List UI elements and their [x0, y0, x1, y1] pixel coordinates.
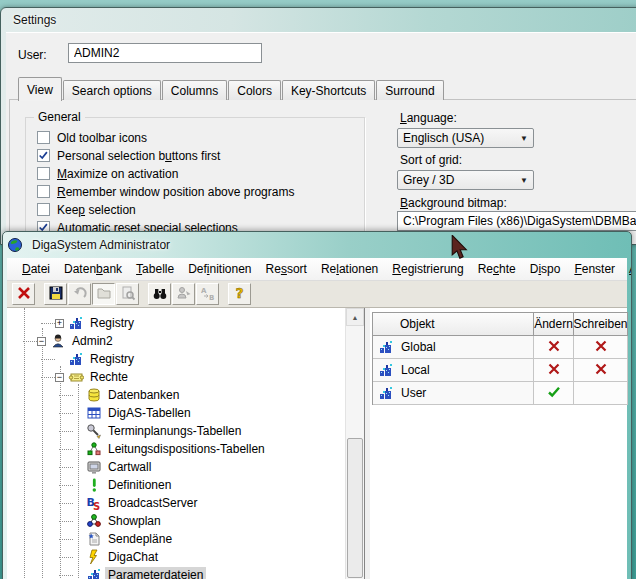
column-header-objekt[interactable]: Objekt: [373, 312, 534, 336]
save-button[interactable]: [44, 283, 67, 305]
menu-item-ressort[interactable]: Ressort: [259, 259, 314, 279]
registry-icon: [68, 351, 84, 367]
svg-text:A: A: [201, 287, 207, 295]
tree-connector: [41, 359, 55, 360]
checkbox-keep-selection[interactable]: [37, 203, 50, 216]
table-row-user[interactable]: User: [373, 382, 628, 405]
scroll-up-button[interactable]: ▲: [346, 308, 364, 326]
scrollbar-thumb[interactable]: [347, 438, 363, 578]
expand-toggle-icon[interactable]: +: [55, 319, 64, 328]
replace-button[interactable]: AB: [196, 283, 219, 305]
tree-item-sendepl-ne[interactable]: Sendepläne: [7, 530, 345, 548]
column-header-schreiben[interactable]: Schreiben: [574, 312, 628, 336]
aendern-cell[interactable]: [534, 382, 574, 405]
menu-item-relationen[interactable]: Relationen: [314, 259, 385, 279]
checkbox-row-remember-window-position-above-programs: Remember window position above programs: [37, 185, 294, 198]
checkbox-old-toolbar-icons[interactable]: [37, 131, 50, 144]
aendern-cell[interactable]: [534, 359, 574, 382]
schreiben-cell[interactable]: [574, 336, 628, 359]
tab-search-options[interactable]: Search options: [63, 80, 161, 100]
tree-item-cartwall[interactable]: Cartwall: [7, 458, 345, 476]
objekt-label: Global: [401, 340, 436, 354]
tree-item-showplan[interactable]: Showplan: [7, 512, 345, 530]
globe-app-icon: [7, 237, 23, 253]
collapse-toggle-icon[interactable]: −: [37, 337, 46, 346]
tree-scrollbar[interactable]: ▲: [345, 308, 364, 579]
menu-item-definitionen[interactable]: Definitionen: [181, 259, 258, 279]
menu-item-ansi[interactable]: Ansi: [622, 259, 632, 279]
red-cross-icon: [547, 362, 561, 379]
sort-of-grid-combobox[interactable]: Grey / 3D ▼: [397, 170, 534, 190]
tree-item-label: Registry: [87, 351, 137, 367]
menu-item-datenbank[interactable]: Datenbank: [57, 259, 129, 279]
undo-button[interactable]: [68, 283, 91, 305]
tree-item-terminplanungs-tabellen[interactable]: Terminplanungs-Tabellen: [7, 422, 345, 440]
admin-titlebar[interactable]: DigaSystem Administrator: [7, 232, 627, 258]
language-combobox[interactable]: Englisch (USA) ▼: [397, 128, 534, 148]
settings-tab-bar: ViewSearch optionsColumnsColorsKey-Short…: [18, 77, 445, 100]
menu-item-fenster[interactable]: Fenster: [567, 259, 622, 279]
menu-item-tabelle[interactable]: Tabelle: [129, 259, 181, 279]
user-field[interactable]: [68, 43, 262, 63]
tree-item-digachat[interactable]: DigaChat: [7, 548, 345, 566]
tree-item-admin2[interactable]: −Admin2: [7, 332, 345, 350]
registry-icon: [378, 339, 394, 355]
registry-icon: [86, 567, 102, 579]
objekt-cell[interactable]: User: [373, 382, 534, 405]
tree-item-digas-tabellen[interactable]: DigAS-Tabellen: [7, 404, 345, 422]
tree-connector: [59, 521, 73, 522]
menu-item-rechte[interactable]: Rechte: [471, 259, 523, 279]
checkbox-label: Keep selection: [57, 203, 136, 217]
menu-item-datei[interactable]: Datei: [15, 259, 57, 279]
tree-item-leitungsdispositions-tabellen[interactable]: Leitungsdispositions-Tabellen: [7, 440, 345, 458]
tree-item-rechte[interactable]: −Rechte: [7, 368, 345, 386]
table-row-global[interactable]: Global: [373, 336, 628, 359]
microphone-icon: [86, 423, 102, 439]
network-icon: [86, 441, 102, 457]
question-mark-icon: ?: [232, 285, 248, 304]
tab-key-shortcuts[interactable]: Key-Shortcuts: [282, 80, 375, 100]
settings-titlebar[interactable]: Settings: [6, 8, 636, 32]
toolbar: AB?: [7, 281, 627, 308]
preview-button[interactable]: [116, 283, 139, 305]
checkbox-remember-window-position-above-programs[interactable]: [37, 185, 50, 198]
tree-item-label: Parameterdateien: [105, 567, 206, 579]
delete-button[interactable]: [12, 283, 35, 305]
tree-item-datenbanken[interactable]: Datenbanken: [7, 386, 345, 404]
lightning-icon: [86, 549, 102, 565]
tree-item-label: Showplan: [105, 513, 164, 529]
menu-item-registrierung[interactable]: Registrierung: [385, 259, 470, 279]
checkbox-personal-selection-buttons-first[interactable]: [37, 149, 50, 162]
digasystem-administrator-window: DigaSystem Administrator DateiDatenbankT…: [2, 231, 632, 579]
schreiben-cell[interactable]: [574, 359, 628, 382]
menu-item-dispo[interactable]: Dispo: [523, 259, 568, 279]
tab-columns[interactable]: Columns: [162, 80, 227, 100]
checkbox-maximize-on-activation[interactable]: [37, 167, 50, 180]
find-user-button[interactable]: [172, 283, 195, 305]
table-row-local[interactable]: Local: [373, 359, 628, 382]
tree-connector: [59, 503, 73, 504]
help-button[interactable]: ?: [228, 283, 251, 305]
language-combobox-value: Englisch (USA): [403, 131, 484, 145]
schreiben-cell[interactable]: [574, 382, 628, 405]
find-button[interactable]: [148, 283, 171, 305]
tree-item-registry[interactable]: Registry: [7, 350, 345, 368]
tree-item-definitionen[interactable]: Definitionen: [7, 476, 345, 494]
column-header-ndern[interactable]: Ändern: [534, 312, 574, 336]
tree-connector: [23, 341, 37, 342]
tree-item-broadcastserver[interactable]: BSBroadcastServer: [7, 494, 345, 512]
collapse-toggle-icon[interactable]: −: [55, 373, 64, 382]
background-bitmap-field[interactable]: [397, 211, 636, 231]
checkbox-label: Personal selection buttons first: [57, 149, 220, 163]
objekt-cell[interactable]: Local: [373, 359, 534, 382]
tree-item-registry[interactable]: +Registry: [7, 314, 345, 332]
tab-view[interactable]: View: [18, 77, 62, 101]
tab-surround[interactable]: Surround: [376, 80, 443, 100]
a-to-b-icon: AB: [200, 285, 216, 304]
tree-item-parameterdateien[interactable]: Parameterdateien: [7, 566, 345, 579]
tab-colors[interactable]: Colors: [228, 80, 281, 100]
aendern-cell[interactable]: [534, 336, 574, 359]
undo-arrow-icon: [72, 285, 88, 304]
objekt-cell[interactable]: Global: [373, 336, 534, 359]
open-button[interactable]: [92, 283, 115, 305]
